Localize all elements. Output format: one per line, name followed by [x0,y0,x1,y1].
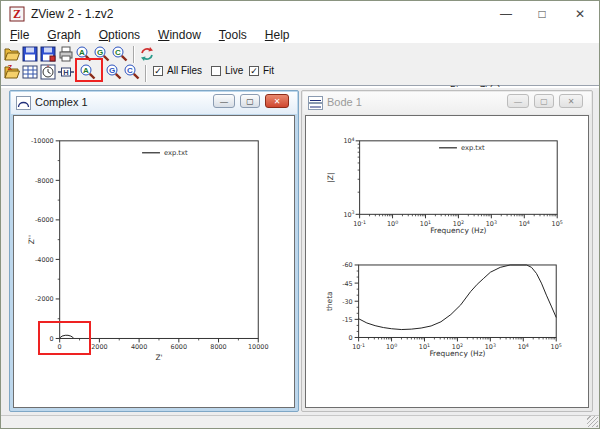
svg-text:10-1: 10-1 [353,220,366,228]
svg-text:-4000: -4000 [35,256,54,264]
plot-origin-annotation-box [38,321,91,355]
complex-window-title: Complex 1 [35,96,88,108]
save-icon[interactable] [21,45,39,63]
svg-text:-2000: -2000 [35,295,54,303]
print-icon[interactable] [57,45,75,63]
app-icon: Z [9,6,25,22]
zoom-current-c-icon[interactable]: C [111,45,129,63]
svg-text:104: 104 [343,137,354,145]
run-measurement-icon[interactable] [39,63,57,81]
complex-window: Complex 1 — ▢ ✕ 02000400060008000100000-… [9,90,299,412]
titlebar[interactable]: Z ZView 2 - 1.zv2 — □ ✕ [1,1,599,27]
complex-plot-area[interactable]: 02000400060008000100000-2000-4000-6000-8… [13,115,295,408]
maximize-button[interactable]: □ [525,1,559,27]
svg-text:103: 103 [343,210,354,218]
svg-text:2000: 2000 [91,343,107,351]
fit-checkbox[interactable]: ✓ Fit [249,65,274,76]
complex-window-icon [16,96,31,110]
all-files-checkbox[interactable]: ✓ All Files [153,65,202,76]
svg-text:6000: 6000 [171,343,187,351]
zoom-icon-annotation-box [75,58,103,82]
complex-minimize-button[interactable]: — [213,94,235,108]
mdi-client-area: Complex 1 — ▢ ✕ 02000400060008000100000-… [1,87,599,417]
bode-window-title: Bode 1 [327,96,362,108]
svg-text:Z: Z [13,7,21,21]
import-data-icon[interactable]: Z [3,63,21,81]
window-title: ZView 2 - 1.zv2 [31,7,113,21]
fit-label: Fit [263,65,274,76]
menu-graph[interactable]: Graph [38,27,89,43]
svg-text:-6000: -6000 [35,216,54,224]
live-label: Live [225,65,243,76]
swap-axes-icon[interactable] [138,45,156,63]
svg-text:exp.txt: exp.txt [164,149,188,157]
svg-text:10-1: 10-1 [352,343,365,351]
svg-text:exp.txt: exp.txt [461,144,485,152]
svg-text:Frequency (Hz): Frequency (Hz) [429,349,485,358]
complex-maximize-button[interactable]: ▢ [240,94,260,108]
all-files-checkbox-box[interactable]: ✓ [153,66,163,76]
fit-checkbox-box[interactable]: ✓ [249,66,259,76]
close-button[interactable]: ✕ [563,1,597,27]
menu-options[interactable]: Options [90,27,149,43]
bode-titlebar[interactable]: Bode 1 — ▢ ✕ [303,92,591,114]
svg-text:C: C [115,48,121,57]
menu-tools[interactable]: Tools [210,27,256,43]
svg-text:100: 100 [387,220,398,228]
bode-window: Bode 1 — ▢ ✕ 10-110010110210310410510310… [301,90,593,412]
menu-file[interactable]: File [1,27,38,43]
circuit-model-icon[interactable]: H [57,63,75,81]
svg-text:0: 0 [349,334,353,342]
bode-maximize-button[interactable]: ▢ [534,94,554,108]
svg-text:Z'': Z'' [27,235,36,244]
svg-text:H: H [63,68,68,77]
menubar: File Graph Options Window Tools Help [1,27,599,43]
svg-text:Frequency (Hz): Frequency (Hz) [430,226,486,235]
svg-text:10000: 10000 [248,343,268,351]
svg-text:104: 104 [518,343,529,351]
svg-text:G: G [97,48,103,57]
svg-text:Z: Z [8,64,13,71]
live-checkbox-box[interactable] [211,66,221,76]
resize-grip[interactable] [587,416,598,427]
bode-plots[interactable]: 10-1100101102103104105103104Frequency (H… [306,116,588,407]
svg-text:|Z|: |Z| [326,173,335,183]
bode-window-icon [308,96,323,110]
svg-text:-60: -60 [342,261,353,269]
zoom-graph-g2-icon[interactable]: G [105,63,123,81]
svg-text:-45: -45 [342,280,353,288]
svg-text:-8000: -8000 [35,177,54,185]
svg-text:-15: -15 [342,316,353,324]
menu-window[interactable]: Window [149,27,210,43]
data-table-icon[interactable] [21,63,39,81]
nyquist-plot[interactable]: 02000400060008000100000-2000-4000-6000-8… [14,116,294,407]
svg-text:-10000: -10000 [31,137,54,145]
bode-close-button[interactable]: ✕ [559,94,583,108]
minimize-button[interactable]: — [489,1,523,27]
open-file-icon[interactable] [3,45,21,63]
svg-text:100: 100 [386,343,397,351]
bode-minimize-button[interactable]: — [507,94,529,108]
svg-text:-30: -30 [342,298,353,306]
menu-help[interactable]: Help [256,27,299,43]
svg-text:Z': Z' [155,353,162,362]
svg-text:G: G [109,66,115,75]
zoom-current-c2-icon[interactable]: C [123,63,141,81]
svg-text:105: 105 [551,343,562,351]
zview-main-window: Z ZView 2 - 1.zv2 — □ ✕ File Graph Optio… [0,0,600,429]
svg-text:103: 103 [485,343,496,351]
complex-titlebar[interactable]: Complex 1 — ▢ ✕ [11,92,297,114]
svg-text:theta: theta [325,291,334,311]
svg-text:A: A [79,48,85,57]
svg-text:103: 103 [486,220,497,228]
complex-close-button[interactable]: ✕ [265,94,289,108]
svg-text:104: 104 [519,220,530,228]
svg-text:C: C [127,66,133,75]
save-all-icon[interactable] [39,45,57,63]
bottom-strip [1,415,599,428]
live-checkbox[interactable]: Live [211,65,243,76]
bode-plot-area[interactable]: 10-1100101102103104105103104Frequency (H… [305,115,589,408]
svg-text:4000: 4000 [131,343,147,351]
toolbar-separator [133,46,135,63]
svg-text:8000: 8000 [210,343,226,351]
